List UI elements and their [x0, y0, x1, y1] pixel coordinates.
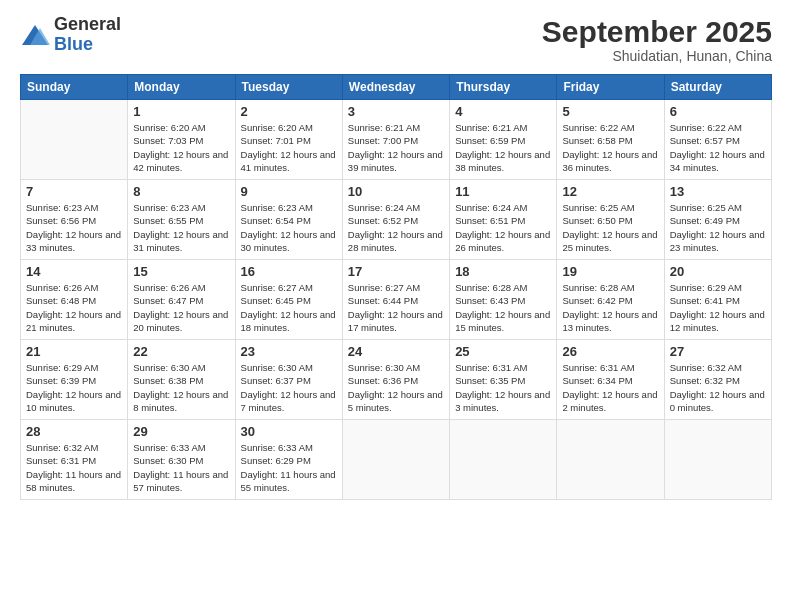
day-number: 21 [26, 344, 122, 359]
day-info: Sunrise: 6:28 AMSunset: 6:43 PMDaylight:… [455, 281, 551, 334]
day-number: 7 [26, 184, 122, 199]
day-number: 20 [670, 264, 766, 279]
logo-blue-text: Blue [54, 35, 121, 55]
day-number: 9 [241, 184, 337, 199]
day-info: Sunrise: 6:20 AMSunset: 7:03 PMDaylight:… [133, 121, 229, 174]
day-number: 3 [348, 104, 444, 119]
day-number: 13 [670, 184, 766, 199]
day-info: Sunrise: 6:22 AMSunset: 6:57 PMDaylight:… [670, 121, 766, 174]
header-row: Sunday Monday Tuesday Wednesday Thursday… [21, 75, 772, 100]
day-info: Sunrise: 6:33 AMSunset: 6:29 PMDaylight:… [241, 441, 337, 494]
header-sunday: Sunday [21, 75, 128, 100]
day-number: 26 [562, 344, 658, 359]
day-info: Sunrise: 6:24 AMSunset: 6:51 PMDaylight:… [455, 201, 551, 254]
day-number: 10 [348, 184, 444, 199]
day-info: Sunrise: 6:28 AMSunset: 6:42 PMDaylight:… [562, 281, 658, 334]
location: Shuidatian, Hunan, China [542, 48, 772, 64]
table-row [664, 420, 771, 500]
day-number: 16 [241, 264, 337, 279]
table-row [342, 420, 449, 500]
day-number: 5 [562, 104, 658, 119]
day-number: 1 [133, 104, 229, 119]
day-number: 30 [241, 424, 337, 439]
day-info: Sunrise: 6:25 AMSunset: 6:49 PMDaylight:… [670, 201, 766, 254]
header-thursday: Thursday [450, 75, 557, 100]
table-row: 10 Sunrise: 6:24 AMSunset: 6:52 PMDaylig… [342, 180, 449, 260]
day-info: Sunrise: 6:32 AMSunset: 6:31 PMDaylight:… [26, 441, 122, 494]
table-row: 1 Sunrise: 6:20 AMSunset: 7:03 PMDayligh… [128, 100, 235, 180]
day-info: Sunrise: 6:30 AMSunset: 6:38 PMDaylight:… [133, 361, 229, 414]
table-row: 12 Sunrise: 6:25 AMSunset: 6:50 PMDaylig… [557, 180, 664, 260]
header-monday: Monday [128, 75, 235, 100]
table-row: 16 Sunrise: 6:27 AMSunset: 6:45 PMDaylig… [235, 260, 342, 340]
day-info: Sunrise: 6:29 AMSunset: 6:41 PMDaylight:… [670, 281, 766, 334]
day-info: Sunrise: 6:23 AMSunset: 6:55 PMDaylight:… [133, 201, 229, 254]
logo: General Blue [20, 15, 121, 55]
table-row: 2 Sunrise: 6:20 AMSunset: 7:01 PMDayligh… [235, 100, 342, 180]
table-row: 19 Sunrise: 6:28 AMSunset: 6:42 PMDaylig… [557, 260, 664, 340]
day-number: 12 [562, 184, 658, 199]
day-number: 2 [241, 104, 337, 119]
day-info: Sunrise: 6:32 AMSunset: 6:32 PMDaylight:… [670, 361, 766, 414]
table-row: 26 Sunrise: 6:31 AMSunset: 6:34 PMDaylig… [557, 340, 664, 420]
logo-general-text: General [54, 15, 121, 35]
day-number: 24 [348, 344, 444, 359]
header-friday: Friday [557, 75, 664, 100]
table-row [557, 420, 664, 500]
table-row: 13 Sunrise: 6:25 AMSunset: 6:49 PMDaylig… [664, 180, 771, 260]
table-row: 21 Sunrise: 6:29 AMSunset: 6:39 PMDaylig… [21, 340, 128, 420]
day-info: Sunrise: 6:26 AMSunset: 6:47 PMDaylight:… [133, 281, 229, 334]
table-row: 25 Sunrise: 6:31 AMSunset: 6:35 PMDaylig… [450, 340, 557, 420]
table-row: 27 Sunrise: 6:32 AMSunset: 6:32 PMDaylig… [664, 340, 771, 420]
table-row: 4 Sunrise: 6:21 AMSunset: 6:59 PMDayligh… [450, 100, 557, 180]
calendar-table: Sunday Monday Tuesday Wednesday Thursday… [20, 74, 772, 500]
day-info: Sunrise: 6:31 AMSunset: 6:35 PMDaylight:… [455, 361, 551, 414]
table-row: 15 Sunrise: 6:26 AMSunset: 6:47 PMDaylig… [128, 260, 235, 340]
table-row: 9 Sunrise: 6:23 AMSunset: 6:54 PMDayligh… [235, 180, 342, 260]
header: General Blue September 2025 Shuidatian, … [20, 15, 772, 64]
day-info: Sunrise: 6:21 AMSunset: 6:59 PMDaylight:… [455, 121, 551, 174]
table-row: 18 Sunrise: 6:28 AMSunset: 6:43 PMDaylig… [450, 260, 557, 340]
day-info: Sunrise: 6:27 AMSunset: 6:45 PMDaylight:… [241, 281, 337, 334]
table-row: 14 Sunrise: 6:26 AMSunset: 6:48 PMDaylig… [21, 260, 128, 340]
header-wednesday: Wednesday [342, 75, 449, 100]
table-row: 28 Sunrise: 6:32 AMSunset: 6:31 PMDaylig… [21, 420, 128, 500]
table-row: 22 Sunrise: 6:30 AMSunset: 6:38 PMDaylig… [128, 340, 235, 420]
table-row: 8 Sunrise: 6:23 AMSunset: 6:55 PMDayligh… [128, 180, 235, 260]
table-row: 17 Sunrise: 6:27 AMSunset: 6:44 PMDaylig… [342, 260, 449, 340]
day-info: Sunrise: 6:31 AMSunset: 6:34 PMDaylight:… [562, 361, 658, 414]
day-number: 27 [670, 344, 766, 359]
day-info: Sunrise: 6:23 AMSunset: 6:54 PMDaylight:… [241, 201, 337, 254]
day-info: Sunrise: 6:30 AMSunset: 6:37 PMDaylight:… [241, 361, 337, 414]
table-row: 20 Sunrise: 6:29 AMSunset: 6:41 PMDaylig… [664, 260, 771, 340]
table-row: 24 Sunrise: 6:30 AMSunset: 6:36 PMDaylig… [342, 340, 449, 420]
title-section: September 2025 Shuidatian, Hunan, China [542, 15, 772, 64]
day-info: Sunrise: 6:33 AMSunset: 6:30 PMDaylight:… [133, 441, 229, 494]
header-tuesday: Tuesday [235, 75, 342, 100]
day-info: Sunrise: 6:26 AMSunset: 6:48 PMDaylight:… [26, 281, 122, 334]
table-row [21, 100, 128, 180]
day-info: Sunrise: 6:20 AMSunset: 7:01 PMDaylight:… [241, 121, 337, 174]
day-info: Sunrise: 6:24 AMSunset: 6:52 PMDaylight:… [348, 201, 444, 254]
day-number: 6 [670, 104, 766, 119]
day-number: 19 [562, 264, 658, 279]
day-number: 22 [133, 344, 229, 359]
day-number: 15 [133, 264, 229, 279]
table-row: 23 Sunrise: 6:30 AMSunset: 6:37 PMDaylig… [235, 340, 342, 420]
header-saturday: Saturday [664, 75, 771, 100]
day-info: Sunrise: 6:22 AMSunset: 6:58 PMDaylight:… [562, 121, 658, 174]
day-number: 29 [133, 424, 229, 439]
day-number: 4 [455, 104, 551, 119]
table-row: 29 Sunrise: 6:33 AMSunset: 6:30 PMDaylig… [128, 420, 235, 500]
table-row: 6 Sunrise: 6:22 AMSunset: 6:57 PMDayligh… [664, 100, 771, 180]
table-row: 30 Sunrise: 6:33 AMSunset: 6:29 PMDaylig… [235, 420, 342, 500]
day-number: 14 [26, 264, 122, 279]
month-title: September 2025 [542, 15, 772, 48]
day-number: 18 [455, 264, 551, 279]
day-info: Sunrise: 6:21 AMSunset: 7:00 PMDaylight:… [348, 121, 444, 174]
day-number: 11 [455, 184, 551, 199]
table-row: 5 Sunrise: 6:22 AMSunset: 6:58 PMDayligh… [557, 100, 664, 180]
table-row: 7 Sunrise: 6:23 AMSunset: 6:56 PMDayligh… [21, 180, 128, 260]
day-info: Sunrise: 6:25 AMSunset: 6:50 PMDaylight:… [562, 201, 658, 254]
day-number: 17 [348, 264, 444, 279]
